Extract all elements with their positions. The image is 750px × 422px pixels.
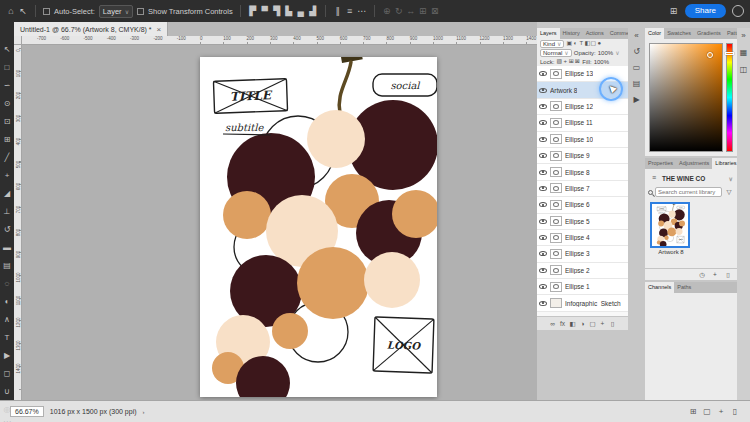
ruler-origin-corner[interactable]: [14, 36, 22, 45]
lock-all-icon[interactable]: ⊠: [574, 57, 580, 66]
tab-color[interactable]: Color: [645, 28, 664, 39]
tab-patterns[interactable]: Patterns: [724, 28, 737, 39]
clone-stamp-tool[interactable]: ⊥: [0, 206, 14, 218]
history-brush-tool[interactable]: ↺: [0, 224, 14, 236]
visibility-toggle[interactable]: [539, 71, 547, 76]
path-selection-tool[interactable]: ▶: [0, 350, 14, 362]
crop-tool[interactable]: ⊡: [0, 116, 14, 128]
tab-swatches[interactable]: Swatches: [664, 28, 694, 39]
layer-row[interactable]: Ellipse 2: [537, 263, 628, 279]
workspace-icon[interactable]: ⊞: [669, 5, 679, 17]
history-panel-icon[interactable]: ↺: [632, 46, 642, 58]
zoom-level-field[interactable]: 66.67%: [10, 406, 44, 417]
spot-healing-brush-tool[interactable]: +: [0, 170, 14, 182]
layer-effects-icon[interactable]: fx: [559, 317, 567, 331]
actions-panel-icon[interactable]: ▶: [632, 94, 642, 106]
move-tool[interactable]: ↖: [0, 44, 14, 56]
3d-scale-icon[interactable]: ⊠: [430, 5, 440, 17]
new-layer-icon[interactable]: +: [599, 317, 607, 331]
tab-comments[interactable]: Comments: [607, 28, 628, 39]
close-tab-icon[interactable]: ×: [157, 25, 162, 34]
delete-icon[interactable]: ▯: [730, 406, 740, 418]
layer-row[interactable]: Ellipse 3: [537, 246, 628, 262]
tab-adjustments[interactable]: Adjustments: [676, 158, 712, 169]
library-search-input[interactable]: [655, 187, 722, 197]
align-left-edges-icon[interactable]: ▛: [248, 5, 258, 17]
trash-icon[interactable]: ▯: [723, 269, 733, 281]
hue-slider-handle[interactable]: [725, 52, 734, 55]
visibility-toggle[interactable]: [539, 104, 547, 109]
library-menu-icon[interactable]: ≡: [649, 172, 659, 184]
color-marker[interactable]: [707, 52, 713, 58]
gradient-tool[interactable]: ▤: [0, 260, 14, 272]
show-transform-checkbox[interactable]: [137, 8, 144, 15]
3d-roll-icon[interactable]: ↻: [394, 5, 404, 17]
distribute-horizontal-icon[interactable]: ∥: [333, 5, 343, 17]
layer-row[interactable]: Ellipse 12: [537, 99, 628, 115]
grid-view-icon[interactable]: ⊞: [688, 406, 698, 418]
rectangular-marquee-tool[interactable]: □: [0, 62, 14, 74]
visibility-toggle[interactable]: [539, 88, 547, 93]
auto-select-target-dropdown[interactable]: Layer ∨: [99, 5, 133, 18]
frame-tool[interactable]: ⊞: [0, 134, 14, 146]
account-avatar[interactable]: [732, 5, 744, 17]
eyedropper-tool[interactable]: ╱: [0, 152, 14, 164]
3d-rotate-icon[interactable]: ⊕: [382, 5, 392, 17]
layer-row[interactable]: Ellipse 7: [537, 181, 628, 197]
visibility-toggle[interactable]: [539, 137, 547, 142]
expand-dock-icon[interactable]: «: [632, 30, 642, 42]
align-vertical-centers-icon[interactable]: ▄: [296, 5, 306, 17]
horizontal-ruler[interactable]: -700-600-500-400-300-200-100010020030040…: [14, 36, 537, 45]
visibility-toggle[interactable]: [539, 186, 547, 191]
home-icon[interactable]: ⌂: [6, 5, 16, 17]
visibility-toggle[interactable]: [539, 170, 547, 175]
distribute-vertical-icon[interactable]: ≡: [345, 5, 355, 17]
layer-row[interactable]: Ellipse 5: [537, 214, 628, 230]
share-button[interactable]: Share: [685, 4, 726, 18]
new-item-icon[interactable]: +: [716, 406, 726, 418]
comments-panel-icon[interactable]: ▭: [632, 62, 642, 74]
align-bottom-edges-icon[interactable]: ▟: [308, 5, 318, 17]
pen-tool[interactable]: ∧: [0, 314, 14, 326]
visibility-toggle[interactable]: [539, 268, 547, 273]
info-panel-icon[interactable]: ▤: [632, 78, 642, 90]
tab-channels[interactable]: Channels: [645, 282, 674, 293]
new-adjustment-layer-icon[interactable]: ◑: [579, 317, 587, 331]
library-item[interactable]: TITLEsocialLOGOsubtitle Artwork 8: [650, 202, 692, 255]
align-right-edges-icon[interactable]: ▜: [272, 5, 282, 17]
hue-slider[interactable]: [726, 43, 733, 152]
brush-tool[interactable]: ◢: [0, 188, 14, 200]
layer-row[interactable]: Ellipse 9: [537, 148, 628, 164]
saturation-brightness-picker[interactable]: [649, 43, 723, 152]
eraser-tool[interactable]: ▬: [0, 242, 14, 254]
visibility-toggle[interactable]: [539, 120, 547, 125]
color-panel-rail-icon[interactable]: ▦: [739, 47, 749, 59]
lasso-tool[interactable]: ∽: [0, 80, 14, 92]
delete-layer-icon[interactable]: ▯: [609, 317, 617, 331]
tab-actions[interactable]: Actions: [583, 28, 607, 39]
library-header[interactable]: ≡ THE WINE CO ∨: [645, 169, 737, 185]
visibility-toggle[interactable]: [539, 284, 547, 289]
auto-select-checkbox[interactable]: [43, 8, 50, 15]
more-align-options-icon[interactable]: ⋯: [357, 5, 367, 17]
add-layer-mask-icon[interactable]: ◧: [569, 317, 577, 331]
library-item-thumbnail[interactable]: TITLEsocialLOGOsubtitle: [650, 202, 690, 248]
visibility-toggle[interactable]: [539, 301, 547, 306]
zoom-tool[interactable]: ◎: [0, 404, 14, 416]
canvas-area[interactable]: -700-600-500-400-300-200-100010020030040…: [14, 36, 537, 400]
3d-drag-icon[interactable]: ↔: [406, 5, 416, 17]
tab-layers[interactable]: Layers: [537, 28, 560, 39]
tab-gradients[interactable]: Gradients: [694, 28, 724, 39]
layer-row[interactable]: Ellipse 10: [537, 132, 628, 148]
add-content-icon[interactable]: +: [710, 269, 720, 281]
filter-toggle-icon[interactable]: ●: [596, 39, 602, 48]
blur-tool[interactable]: ◌: [0, 278, 14, 290]
hand-tool[interactable]: ∪: [0, 386, 14, 398]
3d-slide-icon[interactable]: ⊞: [418, 5, 428, 17]
tab-libraries[interactable]: Libraries: [712, 158, 737, 169]
tab-paths[interactable]: Paths: [674, 282, 694, 293]
layer-row[interactable]: Ellipse 6: [537, 197, 628, 213]
link-layers-icon[interactable]: ∞: [549, 317, 557, 331]
edit-toolbar-icon[interactable]: ⋯: [0, 416, 14, 422]
dodge-tool[interactable]: ◐: [0, 296, 14, 308]
